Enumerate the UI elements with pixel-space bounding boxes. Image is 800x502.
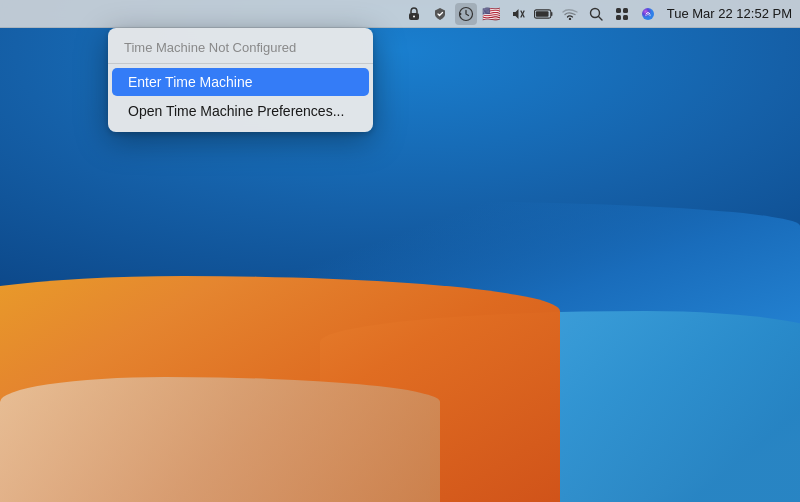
svg-rect-6: [536, 11, 549, 16]
time-machine-dropdown: Time Machine Not Configured Enter Time M…: [108, 28, 373, 132]
dropdown-title: Time Machine Not Configured: [108, 34, 373, 59]
lock-icon[interactable]: [403, 3, 425, 25]
svg-rect-13: [616, 15, 621, 20]
wifi-icon[interactable]: [559, 3, 581, 25]
svg-text:⚡: ⚡: [553, 9, 554, 17]
dropdown-separator: [108, 63, 373, 64]
open-preferences-item[interactable]: Open Time Machine Preferences...: [112, 97, 369, 125]
siri-icon[interactable]: [637, 3, 659, 25]
svg-rect-14: [623, 15, 628, 20]
svg-line-10: [598, 16, 602, 20]
privacy-icon[interactable]: [429, 3, 451, 25]
svg-point-1: [413, 15, 415, 17]
enter-time-machine-item[interactable]: Enter Time Machine: [112, 68, 369, 96]
menubar: 🇺🇸 ⚡: [0, 0, 800, 28]
svg-point-8: [569, 17, 571, 19]
control-center-icon[interactable]: [611, 3, 633, 25]
desktop-wave-4: [0, 377, 440, 503]
keyboard-input-icon[interactable]: 🇺🇸: [481, 3, 503, 25]
battery-icon[interactable]: ⚡: [533, 3, 555, 25]
time-machine-menubar-icon[interactable]: [455, 3, 477, 25]
spotlight-icon[interactable]: [585, 3, 607, 25]
svg-rect-12: [623, 8, 628, 13]
menubar-right: 🇺🇸 ⚡: [403, 3, 792, 25]
sound-icon[interactable]: [507, 3, 529, 25]
menubar-datetime[interactable]: Tue Mar 22 12:52 PM: [667, 6, 792, 21]
svg-rect-11: [616, 8, 621, 13]
